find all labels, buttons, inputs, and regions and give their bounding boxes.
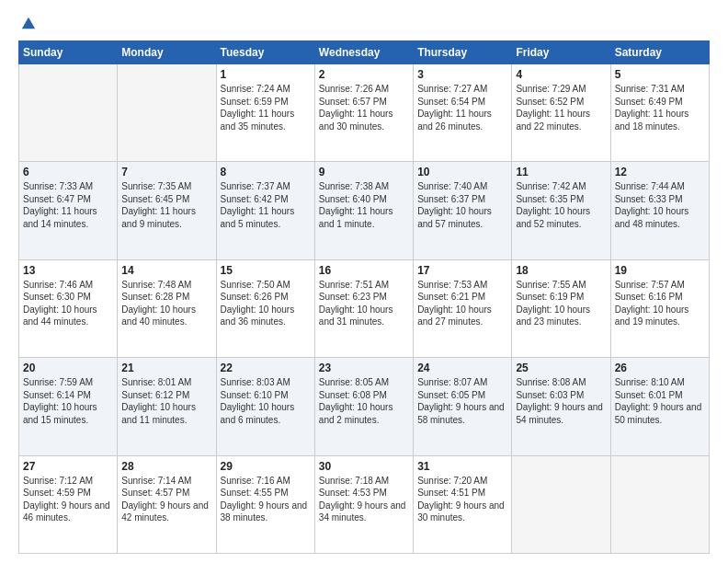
day-info: Sunrise: 7:33 AM Sunset: 6:47 PM Dayligh… — [23, 180, 113, 230]
calendar-day-cell: 25Sunrise: 8:08 AM Sunset: 6:03 PM Dayli… — [512, 358, 610, 455]
page: SundayMondayTuesdayWednesdayThursdayFrid… — [0, 0, 728, 563]
day-info: Sunrise: 7:37 AM Sunset: 6:42 PM Dayligh… — [221, 180, 311, 230]
day-number: 15 — [221, 264, 311, 277]
calendar-day-cell: 11Sunrise: 7:42 AM Sunset: 6:35 PM Dayli… — [512, 162, 610, 259]
weekday-header: Sunday — [19, 41, 118, 64]
day-info: Sunrise: 8:07 AM Sunset: 6:05 PM Dayligh… — [417, 376, 507, 426]
day-number: 7 — [121, 166, 211, 178]
calendar-day-cell: 24Sunrise: 8:07 AM Sunset: 6:05 PM Dayli… — [414, 358, 512, 455]
day-number: 27 — [23, 460, 113, 473]
calendar-week-row: 20Sunrise: 7:59 AM Sunset: 6:14 PM Dayli… — [19, 358, 710, 455]
weekday-header: Thursday — [414, 41, 512, 64]
day-info: Sunrise: 7:24 AM Sunset: 6:59 PM Dayligh… — [221, 83, 311, 132]
day-info: Sunrise: 7:44 AM Sunset: 6:33 PM Dayligh… — [615, 180, 705, 230]
day-number: 19 — [615, 264, 705, 277]
day-number: 31 — [417, 460, 507, 473]
calendar-day-cell: 16Sunrise: 7:51 AM Sunset: 6:23 PM Dayli… — [314, 259, 413, 357]
day-info: Sunrise: 7:29 AM Sunset: 6:52 PM Dayligh… — [516, 83, 606, 132]
calendar-day-cell: 4Sunrise: 7:29 AM Sunset: 6:52 PM Daylig… — [512, 64, 610, 162]
calendar-week-row: 13Sunrise: 7:46 AM Sunset: 6:30 PM Dayli… — [19, 259, 710, 357]
day-number: 29 — [221, 460, 311, 473]
day-info: Sunrise: 7:42 AM Sunset: 6:35 PM Dayligh… — [516, 180, 606, 230]
day-number: 23 — [319, 362, 409, 374]
day-info: Sunrise: 8:10 AM Sunset: 6:01 PM Dayligh… — [615, 376, 705, 426]
day-info: Sunrise: 7:50 AM Sunset: 6:26 PM Dayligh… — [221, 279, 311, 328]
weekday-header: Wednesday — [314, 41, 413, 64]
calendar-day-cell: 31Sunrise: 7:20 AM Sunset: 4:51 PM Dayli… — [414, 455, 512, 553]
day-info: Sunrise: 7:16 AM Sunset: 4:55 PM Dayligh… — [221, 475, 311, 524]
calendar-day-cell: 9Sunrise: 7:38 AM Sunset: 6:40 PM Daylig… — [314, 162, 413, 259]
calendar-week-row: 1Sunrise: 7:24 AM Sunset: 6:59 PM Daylig… — [19, 64, 710, 162]
calendar-day-cell: 21Sunrise: 8:01 AM Sunset: 6:12 PM Dayli… — [118, 358, 216, 455]
day-info: Sunrise: 7:48 AM Sunset: 6:28 PM Dayligh… — [121, 279, 211, 328]
day-info: Sunrise: 7:14 AM Sunset: 4:57 PM Dayligh… — [121, 475, 211, 524]
day-number: 30 — [319, 460, 409, 473]
day-number: 2 — [319, 68, 409, 81]
calendar-day-cell: 2Sunrise: 7:26 AM Sunset: 6:57 PM Daylig… — [314, 64, 413, 162]
calendar-day-cell: 26Sunrise: 8:10 AM Sunset: 6:01 PM Dayli… — [610, 358, 709, 455]
weekday-header: Monday — [118, 41, 216, 64]
calendar-day-cell: 10Sunrise: 7:40 AM Sunset: 6:37 PM Dayli… — [414, 162, 512, 259]
day-number: 25 — [516, 362, 606, 374]
day-info: Sunrise: 7:46 AM Sunset: 6:30 PM Dayligh… — [23, 279, 113, 328]
calendar-day-cell: 1Sunrise: 7:24 AM Sunset: 6:59 PM Daylig… — [216, 64, 314, 162]
day-number: 6 — [23, 166, 113, 178]
day-number: 3 — [417, 68, 507, 81]
calendar-week-row: 6Sunrise: 7:33 AM Sunset: 6:47 PM Daylig… — [19, 162, 710, 259]
calendar-week-row: 27Sunrise: 7:12 AM Sunset: 4:59 PM Dayli… — [19, 455, 710, 553]
calendar-day-cell — [118, 64, 216, 162]
logo — [18, 15, 37, 31]
header — [18, 15, 710, 31]
calendar-day-cell: 3Sunrise: 7:27 AM Sunset: 6:54 PM Daylig… — [414, 64, 512, 162]
day-number: 21 — [121, 362, 211, 374]
calendar-header-row: SundayMondayTuesdayWednesdayThursdayFrid… — [19, 41, 710, 64]
day-number: 28 — [121, 460, 211, 473]
calendar-day-cell: 27Sunrise: 7:12 AM Sunset: 4:59 PM Dayli… — [19, 455, 118, 553]
logo-icon — [20, 15, 37, 31]
calendar-table: SundayMondayTuesdayWednesdayThursdayFrid… — [18, 40, 710, 554]
calendar-day-cell: 15Sunrise: 7:50 AM Sunset: 6:26 PM Dayli… — [216, 259, 314, 357]
calendar-day-cell: 7Sunrise: 7:35 AM Sunset: 6:45 PM Daylig… — [118, 162, 216, 259]
day-info: Sunrise: 7:55 AM Sunset: 6:19 PM Dayligh… — [516, 279, 606, 328]
day-number: 12 — [615, 166, 705, 178]
day-number: 14 — [121, 264, 211, 277]
day-number: 22 — [221, 362, 311, 374]
calendar-day-cell: 22Sunrise: 8:03 AM Sunset: 6:10 PM Dayli… — [216, 358, 314, 455]
calendar-day-cell: 12Sunrise: 7:44 AM Sunset: 6:33 PM Dayli… — [610, 162, 709, 259]
calendar-day-cell: 23Sunrise: 8:05 AM Sunset: 6:08 PM Dayli… — [314, 358, 413, 455]
day-number: 8 — [221, 166, 311, 178]
calendar-day-cell: 19Sunrise: 7:57 AM Sunset: 6:16 PM Dayli… — [610, 259, 709, 357]
day-number: 11 — [516, 166, 606, 178]
day-info: Sunrise: 7:40 AM Sunset: 6:37 PM Dayligh… — [417, 180, 507, 230]
day-info: Sunrise: 8:01 AM Sunset: 6:12 PM Dayligh… — [121, 376, 211, 426]
day-info: Sunrise: 7:12 AM Sunset: 4:59 PM Dayligh… — [23, 475, 113, 524]
weekday-header: Saturday — [610, 41, 709, 64]
calendar-day-cell: 30Sunrise: 7:18 AM Sunset: 4:53 PM Dayli… — [314, 455, 413, 553]
calendar-day-cell: 18Sunrise: 7:55 AM Sunset: 6:19 PM Dayli… — [512, 259, 610, 357]
day-info: Sunrise: 7:51 AM Sunset: 6:23 PM Dayligh… — [319, 279, 409, 328]
calendar-day-cell — [512, 455, 610, 553]
day-info: Sunrise: 7:38 AM Sunset: 6:40 PM Dayligh… — [319, 180, 409, 230]
calendar-day-cell: 20Sunrise: 7:59 AM Sunset: 6:14 PM Dayli… — [19, 358, 118, 455]
calendar-day-cell: 28Sunrise: 7:14 AM Sunset: 4:57 PM Dayli… — [118, 455, 216, 553]
calendar-day-cell: 13Sunrise: 7:46 AM Sunset: 6:30 PM Dayli… — [19, 259, 118, 357]
day-number: 1 — [221, 68, 311, 81]
day-info: Sunrise: 7:57 AM Sunset: 6:16 PM Dayligh… — [615, 279, 705, 328]
day-info: Sunrise: 7:20 AM Sunset: 4:51 PM Dayligh… — [417, 475, 507, 524]
calendar-day-cell: 14Sunrise: 7:48 AM Sunset: 6:28 PM Dayli… — [118, 259, 216, 357]
calendar-day-cell — [19, 64, 118, 162]
svg-marker-0 — [22, 17, 35, 29]
day-info: Sunrise: 7:27 AM Sunset: 6:54 PM Dayligh… — [417, 83, 507, 132]
calendar-day-cell: 5Sunrise: 7:31 AM Sunset: 6:49 PM Daylig… — [610, 64, 709, 162]
day-info: Sunrise: 8:08 AM Sunset: 6:03 PM Dayligh… — [516, 376, 606, 426]
weekday-header: Friday — [512, 41, 610, 64]
day-number: 17 — [417, 264, 507, 277]
day-info: Sunrise: 7:35 AM Sunset: 6:45 PM Dayligh… — [121, 180, 211, 230]
day-number: 24 — [417, 362, 507, 374]
day-info: Sunrise: 8:03 AM Sunset: 6:10 PM Dayligh… — [221, 376, 311, 426]
calendar-day-cell: 6Sunrise: 7:33 AM Sunset: 6:47 PM Daylig… — [19, 162, 118, 259]
calendar-day-cell — [610, 455, 709, 553]
day-number: 9 — [319, 166, 409, 178]
day-number: 18 — [516, 264, 606, 277]
day-number: 10 — [417, 166, 507, 178]
